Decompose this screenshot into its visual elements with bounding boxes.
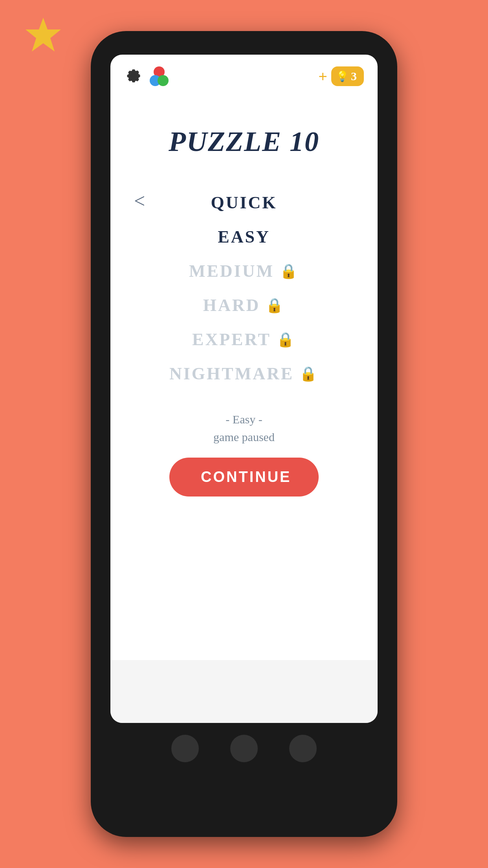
hint-bulb-icon: 💡 (336, 70, 349, 83)
gc-green-circle (158, 75, 169, 86)
difficulty-medium: MEDIUM 🔒 (110, 254, 378, 288)
add-hints-button[interactable]: + (318, 67, 327, 86)
difficulty-hard: HARD 🔒 (110, 288, 378, 322)
settings-icon[interactable] (124, 66, 144, 86)
game-center-icon[interactable] (150, 66, 169, 86)
top-left-icons (124, 66, 169, 86)
difficulty-section: < QUICK EASY MEDIUM 🔒 HARD 🔒 EXPERT (110, 186, 378, 391)
phone-frame: + 💡 3 PUZZLE 10 < QUICK EASY MEDIUM (91, 31, 397, 837)
lock-hard-icon: 🔒 (266, 297, 285, 314)
puzzle-title: PUZZLE 10 (169, 125, 319, 158)
phone-button-right (289, 735, 317, 762)
continue-button[interactable]: CONTINUE (169, 458, 319, 497)
difficulty-expert: EXPERT 🔒 (110, 322, 378, 357)
phone-bottom-buttons (171, 735, 317, 762)
top-right-icons: + 💡 3 (318, 66, 364, 86)
hint-badge[interactable]: 💡 3 (331, 66, 364, 86)
star-decoration (24, 16, 63, 55)
lock-medium-icon: 🔒 (280, 263, 299, 280)
lock-nightmare-icon: 🔒 (299, 366, 319, 382)
hint-count: 3 (351, 70, 357, 83)
svg-marker-0 (26, 18, 61, 51)
top-bar: + 💡 3 (110, 55, 378, 94)
difficulty-quick[interactable]: QUICK (110, 186, 378, 220)
app-screen: + 💡 3 PUZZLE 10 < QUICK EASY MEDIUM (110, 55, 378, 723)
lock-expert-icon: 🔒 (277, 331, 296, 348)
phone-button-center (230, 735, 258, 762)
status-text: - Easy - game paused (213, 410, 275, 446)
difficulty-nightmare: NIGHTMARE 🔒 (110, 357, 378, 391)
difficulty-easy[interactable]: EASY (110, 220, 378, 254)
phone-button-left (171, 735, 199, 762)
bottom-decoration (110, 660, 378, 723)
